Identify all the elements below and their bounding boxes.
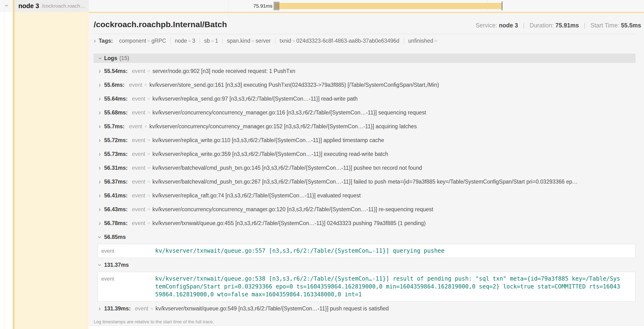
log-row[interactable]: 55.64ms: event = kv/kvserver/replica_sen… [94, 92, 636, 106]
chevron-right-icon [99, 306, 101, 312]
span-name-cell[interactable]: node 3 /cockroach.roach… [14, 0, 89, 12]
log-timestamp: 56.78ms: [104, 220, 128, 226]
span-operation-name: /cockroach.roach… [42, 3, 85, 9]
tag-equals: = [291, 38, 296, 44]
log-field-name: event [98, 275, 155, 283]
log-message: kv/kvserver/concurrency/concurrency_mana… [152, 110, 426, 116]
tag-item: span.kind=server [222, 38, 275, 44]
log-timestamp: 55.73ms: [104, 151, 128, 157]
log-row[interactable]: 55.7ms: event = kv/kvserver/concurrency/… [94, 120, 636, 133]
log-timestamp: 56.85ms [104, 234, 126, 240]
log-row[interactable]: 56.31ms: event = kv/kvserver/batcheval/c… [94, 161, 636, 175]
chevron-right-icon [99, 165, 101, 171]
log-field-key: event [132, 192, 145, 199]
log-entry-expanded: 131.37ms event kv/kvserver/txnwait/queue… [94, 258, 636, 302]
log-row-expanded-header[interactable]: 56.85ms [94, 230, 636, 244]
log-row[interactable]: 55.72ms: event = kv/kvserver/replica_wri… [94, 133, 636, 147]
log-row[interactable]: 55.54ms: event = server/node.go:902 [n3]… [94, 64, 636, 78]
logs-accordion-header[interactable]: Logs (15) [94, 54, 636, 63]
chevron-right-icon [99, 82, 101, 88]
log-field-name: event [98, 247, 155, 255]
chevron-right-icon [94, 38, 96, 44]
tag-value: gRPC [151, 38, 166, 44]
log-equals: = [144, 82, 147, 88]
log-equals: = [144, 124, 147, 129]
span-row[interactable]: node 3 /cockroach.roach… 75.91ms [0, 0, 644, 12]
span-detail-header: /cockroach.roachpb.Internal/Batch Servic… [94, 13, 636, 34]
chevron-down-icon [96, 264, 103, 266]
log-row[interactable]: 55.6ms: event = kv/kvserver/store_send.g… [94, 78, 636, 92]
log-row[interactable]: 56.41ms: event = kv/kvserver/replica_raf… [94, 188, 636, 202]
chevron-down-icon [96, 236, 103, 238]
log-row[interactable]: 56.37ms: event = kv/kvserver/batcheval/c… [94, 175, 636, 188]
tag-value: 024d3323-6c8f-4863-aa8b-37ab0e63496d [296, 38, 399, 44]
span-duration-bar[interactable] [274, 3, 502, 9]
tag-key: sb [204, 38, 210, 44]
span-end-tick [502, 2, 502, 10]
log-field-value: kv/kvserver/txnwait/queue.go:538 [n3,s3,… [155, 275, 621, 298]
tree-guide-line [4, 0, 4, 329]
tag-item: unfinished= [404, 38, 443, 44]
tag-equals: = [433, 38, 438, 44]
span-duration-label: 75.91ms [229, 0, 272, 12]
tags-label: Tags: [99, 38, 113, 44]
chevron-right-icon [99, 220, 101, 226]
log-message: kv/kvserver/concurrency/concurrency_mana… [152, 206, 433, 213]
logs-count: (15) [120, 55, 129, 62]
log-fields-table: event kv/kvserver/txnwait/queue.go:538 [… [98, 272, 636, 302]
log-timestamp: 55.68ms: [104, 110, 128, 116]
log-message: kv/kvserver/replica_write.go:110 [n3,s3,… [152, 137, 384, 144]
tag-key: txnid [280, 38, 291, 44]
service-value: node 3 [499, 22, 518, 28]
tag-item: node=3 [170, 38, 200, 44]
chevron-right-icon [99, 68, 101, 74]
log-timestamp: 56.37ms: [104, 178, 128, 185]
log-timestamp: 131.37ms [104, 262, 129, 268]
logs-list: 55.54ms: event = server/node.go:902 [n3]… [94, 64, 636, 316]
trace-view: node 3 /cockroach.roach… 75.91ms /cockro… [0, 0, 644, 329]
chevron-right-icon [99, 206, 101, 213]
start-time-label: Start Time: [590, 22, 619, 28]
log-message: kv/kvserver/batcheval/cmd_push_txn.go:26… [152, 178, 578, 185]
log-field-key: event [132, 151, 145, 157]
logs-section: Logs (15) 55.54ms: event = server/node.g… [94, 54, 636, 324]
log-timestamp: 56.43ms: [104, 206, 128, 213]
log-equals: = [148, 179, 150, 184]
log-entry-expanded: 56.85ms event kv/kvserver/txnwait/queue.… [94, 230, 636, 258]
log-row[interactable]: 56.43ms: event = kv/kvserver/concurrency… [94, 202, 636, 216]
log-field-key: event [132, 206, 145, 213]
log-message: kv/kvserver/txnwait/queue.go:455 [n3,s3,… [152, 220, 426, 226]
log-row[interactable]: 56.78ms: event = kv/kvserver/txnwait/que… [94, 216, 636, 230]
log-field-key: event [132, 220, 145, 226]
tag-equals: = [250, 38, 256, 44]
log-message: kv/kvserver/replica_write.go:359 [n3,s3,… [152, 151, 388, 157]
log-equals: = [148, 138, 150, 143]
tag-item: txnid=024d3323-6c8f-4863-aa8b-37ab0e6349… [275, 38, 404, 44]
tag-equals: = [210, 38, 215, 44]
log-message: kv/kvserver/txnwait/queue.go:549 [n3,s3,… [156, 306, 389, 312]
log-field-key: event [129, 123, 142, 130]
start-time-value: 55.5ms [621, 22, 641, 28]
chevron-right-icon [99, 151, 101, 157]
log-message: server/node.go:902 [n3] node received re… [152, 68, 295, 74]
chevron-down-icon[interactable] [4, 4, 10, 7]
chevron-right-icon [99, 123, 101, 130]
span-detail-meta: Service: node 3 | Duration: 75.91ms | St… [476, 22, 641, 29]
tags-accordion[interactable]: Tags: component=gRPC node=3 sb=1 span.ki… [94, 34, 636, 48]
log-timestamp: 55.64ms: [104, 96, 128, 102]
log-field-key: event [132, 165, 145, 171]
log-row[interactable]: 131.39ms: event = kv/kvserver/txnwait/qu… [94, 302, 636, 316]
tag-item: component=gRPC [115, 38, 170, 44]
logs-footer-note: Log timestamps are relative to the start… [94, 319, 636, 324]
log-equals: = [151, 306, 154, 311]
log-message: kv/kvserver/batcheval/cmd_push_txn.go:14… [152, 165, 422, 171]
log-row[interactable]: 55.68ms: event = kv/kvserver/concurrency… [94, 106, 636, 120]
logs-title: Logs [104, 55, 117, 62]
log-row-expanded-header[interactable]: 131.37ms [94, 258, 636, 272]
chevron-right-icon [99, 178, 101, 185]
log-equals: = [148, 165, 150, 171]
log-field-key: event [132, 110, 145, 116]
log-timestamp: 56.41ms: [104, 192, 128, 199]
log-row[interactable]: 55.73ms: event = kv/kvserver/replica_wri… [94, 147, 636, 161]
tag-value: server [256, 38, 271, 44]
